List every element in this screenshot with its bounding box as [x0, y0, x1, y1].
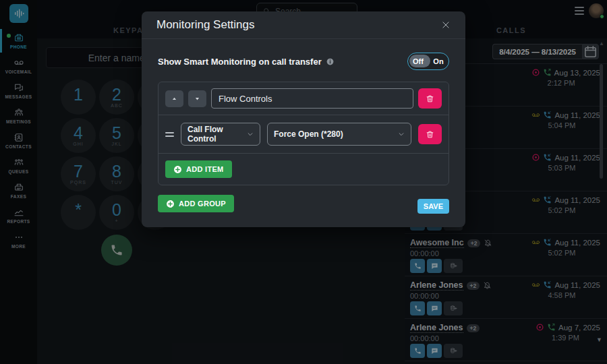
- move-group-down-button[interactable]: [188, 90, 206, 107]
- delete-item-button[interactable]: [418, 124, 442, 144]
- plus-circle-icon: [173, 165, 182, 174]
- monitoring-group: Call Flow Control Force Open (*280) ADD …: [158, 82, 449, 185]
- plus-circle-icon: [166, 200, 175, 208]
- drag-handle-icon[interactable]: [165, 132, 174, 137]
- monitoring-item-row: Call Flow Control Force Open (*280): [158, 115, 449, 154]
- modal-header: Monitoring Settings: [142, 11, 465, 39]
- close-icon[interactable]: [441, 20, 451, 30]
- toggle-off-option[interactable]: Off: [408, 53, 428, 69]
- monitoring-settings-modal: Monitoring Settings Show Smart Monitorin…: [142, 11, 465, 227]
- add-item-button[interactable]: ADD ITEM: [165, 160, 232, 178]
- delete-group-button[interactable]: [418, 88, 442, 109]
- group-name-input[interactable]: [211, 88, 413, 109]
- add-group-button[interactable]: ADD GROUP: [158, 195, 234, 212]
- item-type-select[interactable]: Call Flow Control: [181, 123, 260, 146]
- chevron-down-icon: [247, 131, 254, 138]
- save-button[interactable]: SAVE: [417, 199, 449, 214]
- toggle-on-option[interactable]: On: [428, 53, 449, 69]
- item-value-select[interactable]: Force Open (*280): [267, 123, 411, 146]
- chevron-down-icon: [398, 131, 405, 138]
- smart-monitoring-label: Show Smart Monitoring on call transfer: [158, 57, 335, 67]
- move-group-up-button[interactable]: [165, 90, 183, 107]
- info-icon[interactable]: [326, 57, 335, 66]
- modal-title: Monitoring Settings: [156, 18, 255, 32]
- modal-body: Show Smart Monitoring on call transfer O…: [142, 39, 465, 227]
- app-window: PHONEVOICEMAILMESSAGESMEETINGSCONTACTSQU…: [0, 0, 607, 364]
- smart-monitoring-toggle[interactable]: Off On: [407, 53, 449, 70]
